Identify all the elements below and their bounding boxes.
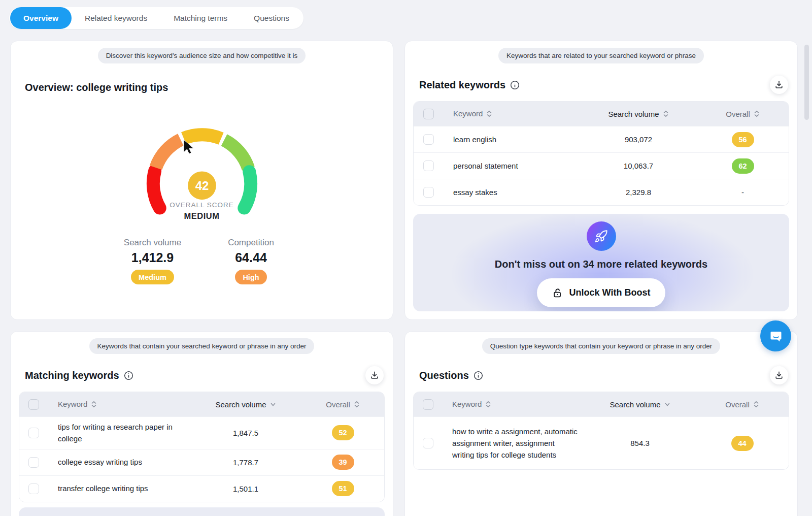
sort-icon [663,110,669,117]
sort-icon [485,401,491,408]
table-header-row: Keyword Search volume Overall [19,392,384,416]
info-icon[interactable] [510,80,520,90]
related-banner: Keywords that are related to your search… [498,48,704,63]
column-overall[interactable]: Overall [301,400,384,409]
keyword-cell: transfer college writing tips [48,478,190,498]
overview-panel: Discover this keyword's audience size an… [10,41,393,320]
table-row[interactable]: how to write a assignment, automatic ass… [414,416,789,469]
search-volume-cell: 1,501.1 [190,485,301,493]
table-header-row: Keyword Search volume Overall [414,102,789,126]
column-search-volume[interactable]: Search volume [190,400,301,409]
column-keyword[interactable]: Keyword [48,398,190,410]
questions-banner: Question type keywords that contain your… [482,338,720,354]
table-row[interactable]: tips for writing a research paper in col… [19,416,384,449]
competition-badge: High [235,270,266,284]
tab-matching-terms[interactable]: Matching terms [160,7,241,29]
keyword-cell: how to write a assignment, automatic ass… [442,422,584,465]
column-keyword[interactable]: Keyword [443,108,580,119]
dashboard-grid: Discover this keyword's audience size an… [10,41,798,516]
overall-score-badge: 39 [332,455,354,470]
sort-icon [91,401,97,408]
row-checkbox[interactable] [423,134,434,145]
competition-value: 64.44 [218,250,284,265]
tab-overview[interactable]: Overview [10,7,72,29]
overall-score-badge: 44 [731,436,754,451]
chat-bubble-icon [768,329,784,344]
column-keyword[interactable]: Keyword [442,398,584,410]
row-checkbox[interactable] [423,187,434,198]
boost-cta: Don't miss out on 34 more related keywor… [413,214,789,311]
overview-stats: Search volume 1,412.9 Medium Competition… [11,238,393,284]
boost-cta-partial [19,507,385,516]
download-button[interactable] [365,366,384,384]
select-all-checkbox[interactable] [28,399,39,410]
unlock-with-boost-button[interactable]: Unlock With Boost [537,278,666,307]
matching-keywords-panel: Keywords that contain your searched keyw… [10,331,393,516]
search-volume-cell: 903,072 [580,135,697,144]
questions-title: Questions [419,370,469,381]
overview-banner: Discover this keyword's audience size an… [98,48,306,63]
table-row[interactable]: transfer college writing tips 1,501.1 51 [19,475,384,502]
keyword-cell: tips for writing a research paper in col… [48,417,190,449]
questions-table: Keyword Search volume Overall how to wri… [413,392,789,470]
download-icon [369,370,380,380]
row-checkbox[interactable] [423,438,433,448]
overall-score-badge: 52 [332,425,354,440]
overview-title: Overview: college writing tips [25,82,393,93]
search-volume-badge: Medium [131,270,174,284]
chevron-down-icon [270,402,276,407]
table-row[interactable]: college essay writing tips 1,778.7 39 [19,449,384,475]
gauge-segment-orange [156,140,181,168]
info-icon[interactable] [473,371,483,380]
overall-score-badge: 62 [732,158,754,174]
column-overall[interactable]: Overall [696,400,789,409]
table-row[interactable]: essay stakes 2,329.8 - [414,179,789,205]
matching-banner: Keywords that contain your searched keyw… [89,338,315,354]
search-volume-cell: 2,329.8 [580,188,697,197]
score-level: MEDIUM [139,211,265,221]
column-search-volume[interactable]: Search volume [580,110,697,118]
info-icon[interactable] [124,371,133,380]
search-volume-cell: 1,778.7 [190,458,301,467]
table-row[interactable]: learn english 903,072 56 [414,126,789,152]
table-row[interactable]: personal statement 10,063.7 62 [414,152,789,179]
tab-related-keywords[interactable]: Related keywords [72,7,160,29]
vertical-scrollbar-thumb[interactable] [804,45,809,120]
sort-icon [754,110,760,117]
score-value: 42 [195,179,209,192]
overall-score-badge: 51 [332,481,354,496]
column-search-volume[interactable]: Search volume [584,400,696,409]
overall-score-badge: 56 [732,132,754,147]
related-keywords-table: Keyword Search volume Overall learn engl… [413,101,789,206]
sort-icon [354,401,360,408]
sort-icon [753,401,759,408]
column-overall[interactable]: Overall [697,110,789,118]
sort-icon [486,110,492,117]
row-checkbox[interactable] [28,428,39,438]
chat-launcher-button[interactable] [760,320,791,351]
download-button[interactable] [770,76,788,94]
boost-rocket-badge [587,221,616,251]
related-title: Related keywords [419,79,505,91]
download-icon [774,370,784,380]
select-all-checkbox[interactable] [423,399,433,410]
competition-stat: Competition 64.44 High [218,238,284,284]
view-tabbar: Overview Related keywords Matching terms… [9,7,303,29]
download-icon [774,80,784,90]
search-volume-label: Search volume [120,238,186,248]
boost-headline: Don't miss out on 34 more related keywor… [495,259,707,270]
gauge-segment-lightgreen [224,140,248,169]
row-checkbox[interactable] [423,160,434,171]
related-keywords-panel: Keywords that are related to your search… [404,41,798,320]
search-volume-cell: 10,063.7 [580,162,697,170]
search-volume-cell: 1,847.5 [190,429,301,437]
search-volume-stat: Search volume 1,412.9 Medium [120,238,186,284]
search-volume-value: 1,412.9 [120,250,186,265]
questions-panel: Question type keywords that contain your… [404,331,798,516]
select-all-checkbox[interactable] [423,109,434,119]
tab-questions[interactable]: Questions [241,7,302,29]
rocket-icon [594,230,608,243]
row-checkbox[interactable] [28,483,39,494]
download-button[interactable] [770,366,788,384]
row-checkbox[interactable] [28,457,39,468]
